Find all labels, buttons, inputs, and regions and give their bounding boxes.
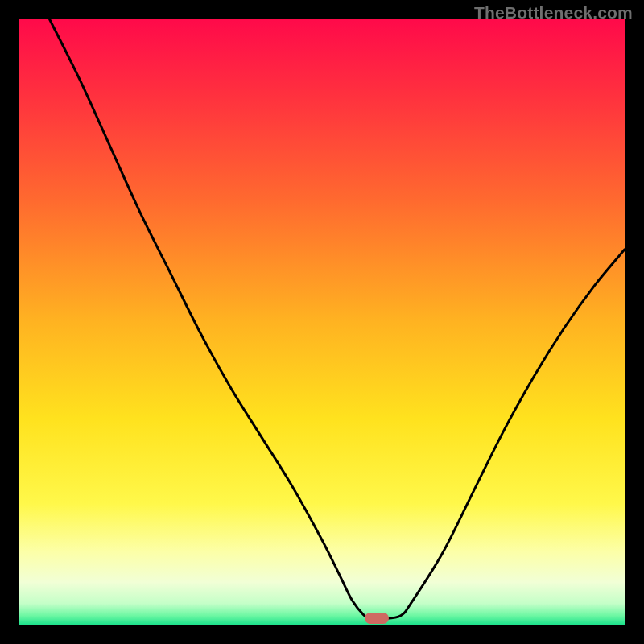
plot-area — [19, 19, 625, 625]
chart-frame: TheBottleneck.com — [0, 0, 644, 644]
optimal-marker — [365, 613, 389, 624]
bottleneck-curve — [19, 19, 625, 625]
